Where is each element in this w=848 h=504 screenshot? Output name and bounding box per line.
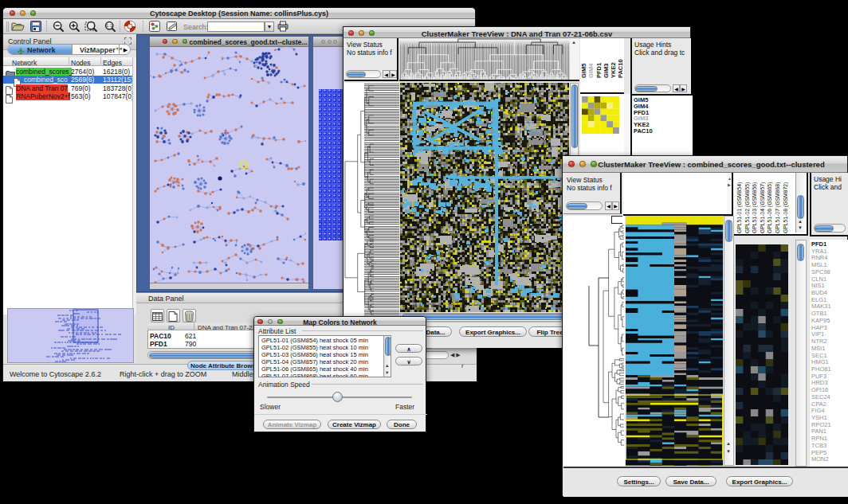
svg-text:1:1: 1:1 [106,23,112,28]
